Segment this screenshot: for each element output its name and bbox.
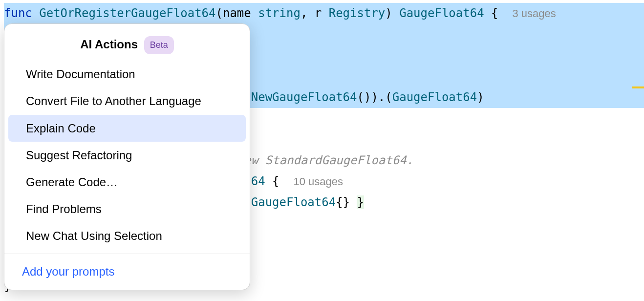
beta-badge: Beta [144, 36, 174, 54]
usages-hint-2[interactable]: 10 usages [293, 175, 343, 188]
open-brace: { [491, 6, 498, 20]
func-name: GetOrRegisterGaugeFloat64 [39, 6, 215, 20]
call-name: NewGaugeFloat64 [251, 90, 357, 104]
brace-9: { [272, 174, 279, 188]
popup-title-text: AI Actions [80, 38, 138, 51]
ai-action-generate-code[interactable]: Generate Code… [8, 169, 246, 195]
code-line-1[interactable]: func GetOrRegisterGaugeFloat64(name stri… [4, 3, 644, 24]
param-type-2: Registry [329, 6, 386, 20]
param-name-1: name [223, 6, 251, 20]
ai-actions-popup: AI Actions Beta Write Documentation Conv… [4, 23, 250, 290]
ai-action-suggest-refactoring[interactable]: Suggest Refactoring [8, 142, 246, 169]
param-type-1: string [258, 6, 301, 20]
close-paren: ) [385, 6, 399, 20]
add-prompts-link[interactable]: Add your prompts [4, 258, 250, 285]
close-brace-hl: } [357, 195, 364, 209]
ai-action-new-chat[interactable]: New Chat Using Selection [8, 222, 246, 249]
call-parens: ()).( [357, 90, 392, 104]
type-tail-2: lGaugeFloat64 [244, 195, 336, 209]
struct-lit-braces: {} [336, 195, 350, 209]
comment-typename: StandardGaugeFloat64 [265, 153, 407, 167]
ai-action-write-documentation[interactable]: Write Documentation [8, 61, 246, 87]
cast-type: GaugeFloat64 [392, 90, 477, 104]
keyword-func: func [4, 6, 32, 20]
comment-suffix: . [407, 153, 413, 167]
usages-hint-1[interactable]: 3 usages [512, 7, 556, 20]
gutter-marker[interactable] [632, 86, 644, 88]
param-name-2: r [315, 6, 322, 20]
popup-divider [4, 254, 250, 254]
ai-action-explain-code[interactable]: Explain Code [8, 115, 246, 142]
comma: , [301, 6, 315, 20]
return-type: GaugeFloat64 [399, 6, 484, 20]
popup-title: AI Actions Beta [4, 32, 250, 61]
ai-action-find-problems[interactable]: Find Problems [8, 195, 246, 222]
ai-action-convert-file[interactable]: Convert File to Another Language [8, 87, 246, 114]
comment-text: new StandardGaugeFloat64. [237, 153, 413, 167]
open-paren: ( [215, 6, 222, 20]
cast-close: ) [477, 90, 484, 104]
